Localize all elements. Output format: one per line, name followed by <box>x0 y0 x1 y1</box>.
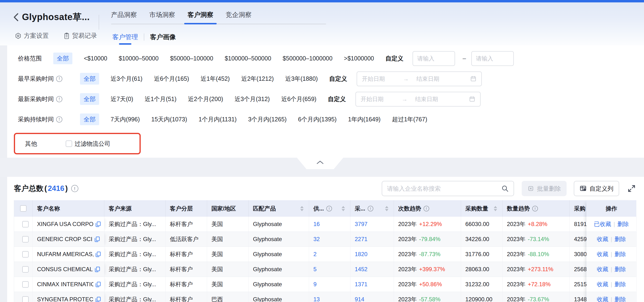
company-search-input[interactable] <box>387 185 501 192</box>
nav-tab-2[interactable]: 市场洞察 <box>149 10 175 24</box>
row-checkbox[interactable] <box>22 221 29 228</box>
filter-option[interactable]: 近1年(452) <box>201 75 230 83</box>
filter-option[interactable]: $100000–500000 <box>225 55 271 62</box>
favorite-link[interactable]: 收藏 <box>597 296 608 302</box>
trend-year: 2023年 <box>398 266 416 273</box>
filter-option[interactable]: 近2年(1212) <box>241 75 274 83</box>
row-checkbox[interactable] <box>22 251 29 258</box>
row-checkbox[interactable] <box>22 266 29 272</box>
price-min-input[interactable] <box>412 51 455 66</box>
purchase-count-link[interactable]: 1371 <box>355 281 368 288</box>
sort-icon[interactable] <box>494 206 497 211</box>
sort-icon[interactable] <box>385 206 388 211</box>
date-range-picker[interactable]: 开始日期→结束日期 <box>356 92 480 106</box>
suppliers-link[interactable]: 9 <box>314 281 316 288</box>
custom-range-option[interactable]: 自定义 <box>328 95 346 103</box>
custom-columns-button[interactable]: 自定义列 <box>574 181 619 196</box>
filter-option[interactable]: 近3个月(312) <box>234 95 270 103</box>
filter-option[interactable]: 全部 <box>53 52 72 64</box>
nav-tab-4[interactable]: 竞企洞察 <box>226 10 252 24</box>
copy-icon[interactable] <box>95 281 101 288</box>
date-range-picker[interactable]: 开始日期→结束日期 <box>357 72 482 86</box>
row-checkbox[interactable] <box>22 296 29 302</box>
calendar-icon <box>469 96 475 102</box>
filter-option[interactable]: 近7天(0) <box>110 95 133 103</box>
filter-option[interactable]: 3个月内(1265) <box>248 116 287 123</box>
filter-option[interactable]: 1个月内(1131) <box>198 116 236 123</box>
filter-option[interactable]: 15天内(1073) <box>151 116 187 123</box>
sub-tab-2[interactable]: 客户画像 <box>150 33 176 41</box>
filter-option[interactable]: 7天内(996) <box>110 116 140 123</box>
row-checkbox[interactable] <box>22 236 29 242</box>
actions-divider: | <box>610 251 612 258</box>
customer-name-cell: CONSUS CHEMICAL <box>33 262 104 277</box>
favorite-link[interactable]: 收藏 <box>597 280 608 288</box>
filter-option[interactable]: 近2个月(200) <box>188 95 223 103</box>
purchase-count-link[interactable]: 3797 <box>355 221 368 228</box>
hexagon-gear-icon <box>15 32 22 39</box>
filter-option[interactable]: $10000–50000 <box>119 55 158 62</box>
fullscreen-icon[interactable] <box>627 184 636 193</box>
nav-tab-3[interactable]: 客户洞察 <box>188 10 213 24</box>
filter-option[interactable]: 近6个月(659) <box>281 95 316 103</box>
delete-link[interactable]: 删除 <box>614 250 626 258</box>
filter-option[interactable]: 近3个月(61) <box>110 75 142 83</box>
copy-icon[interactable] <box>95 296 101 302</box>
price-max-input[interactable] <box>471 51 514 66</box>
suppliers-link[interactable]: 13 <box>314 296 320 302</box>
custom-range-option[interactable]: 自定义 <box>329 75 347 83</box>
collapse-filters-handle[interactable] <box>297 158 343 169</box>
favorite-link[interactable]: 收藏 <box>597 250 608 258</box>
favorite-link[interactable]: 收藏 <box>597 235 608 243</box>
customer-name-cell: SYNGENTA PROTEC <box>33 292 104 302</box>
copy-icon[interactable] <box>95 221 101 228</box>
nav-tab-1[interactable]: 产品洞察 <box>111 10 137 24</box>
custom-range-option[interactable]: 自定义 <box>386 54 404 62</box>
filter-option[interactable]: 1年内(1649) <box>348 116 380 123</box>
filter-option[interactable]: 近1个月(51) <box>144 95 176 103</box>
filter-option[interactable]: 近6个月(165) <box>154 75 189 83</box>
delete-link[interactable]: 删除 <box>614 296 626 302</box>
purchase-count-cell: 1371 <box>350 277 394 292</box>
trend-year: 2023年 <box>507 235 525 243</box>
sort-icon[interactable] <box>300 206 304 211</box>
favorite-link[interactable]: 已收藏 <box>594 220 611 228</box>
copy-icon[interactable] <box>94 236 100 242</box>
quick-link-2[interactable]: 贸易记录 <box>64 32 97 40</box>
filter-option[interactable]: 全部 <box>80 93 99 105</box>
filter-option[interactable]: 6个月内(1395) <box>298 116 336 123</box>
filter-option[interactable]: 全部 <box>80 114 99 125</box>
filter-option[interactable]: >$1000000 <box>344 55 374 62</box>
suppliers-link[interactable]: 32 <box>314 236 320 242</box>
filter-option[interactable]: 近3年(1880) <box>285 75 318 83</box>
batch-delete-button[interactable]: 批量删除 <box>522 181 566 196</box>
purchase-count-link[interactable]: 1452 <box>355 266 368 272</box>
filter-option[interactable]: $50000–100000 <box>170 55 213 62</box>
delete-link[interactable]: 删除 <box>614 266 626 273</box>
copy-icon[interactable] <box>94 266 100 272</box>
delete-link[interactable]: 删除 <box>618 220 629 228</box>
purchase-count-link[interactable]: 1820 <box>355 251 368 258</box>
sub-tab-1[interactable]: 客户管理 <box>112 33 138 41</box>
filter-option[interactable]: 超过1年(767) <box>392 116 427 123</box>
purchase-count-link[interactable]: 2271 <box>355 236 368 242</box>
count-trend-cell: 2023年+399.37% <box>394 262 461 277</box>
logistics-filter-checkbox[interactable] <box>66 140 72 147</box>
copy-icon[interactable] <box>95 251 101 258</box>
quick-link-1[interactable]: 方案设置 <box>15 32 49 40</box>
filter-option[interactable]: <$10000 <box>84 55 107 62</box>
back-icon[interactable] <box>14 13 19 22</box>
sort-icon[interactable] <box>342 206 345 211</box>
suppliers-link[interactable]: 2 <box>314 251 316 258</box>
select-all-checkbox[interactable] <box>20 205 26 212</box>
filter-option[interactable]: $500000–1000000 <box>282 55 332 62</box>
purchase-count-link[interactable]: 914 <box>355 296 364 302</box>
suppliers-link[interactable]: 5 <box>314 266 316 272</box>
filter-option[interactable]: 全部 <box>80 73 99 84</box>
row-checkbox[interactable] <box>22 281 29 288</box>
delete-link[interactable]: 删除 <box>614 280 626 288</box>
search-icon[interactable] <box>501 185 509 192</box>
favorite-link[interactable]: 收藏 <box>597 266 608 273</box>
delete-link[interactable]: 删除 <box>614 235 626 243</box>
suppliers-link[interactable]: 16 <box>314 221 320 228</box>
